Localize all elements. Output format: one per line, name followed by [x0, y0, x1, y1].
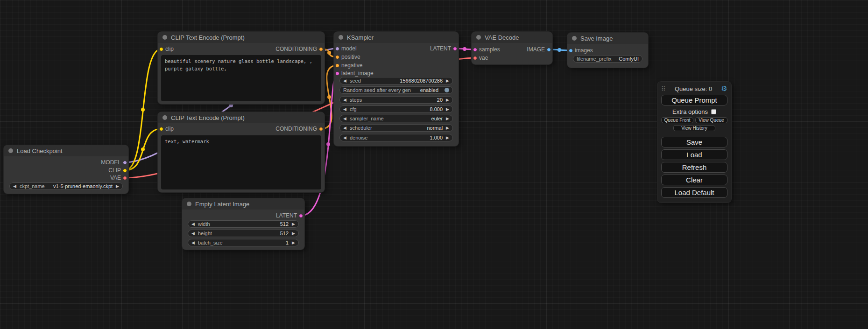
- widget-ckpt-name[interactable]: ◀ ckpt_name v1-5-pruned-emaonly.ckpt ▶: [9, 182, 123, 190]
- slot-dot-clip[interactable]: [159, 47, 163, 51]
- widget-steps[interactable]: ◀ steps 20 ▶: [339, 96, 453, 104]
- collapse-dot[interactable]: [187, 202, 191, 206]
- collapse-dot[interactable]: [572, 36, 577, 41]
- output-slot-conditioning: CONDITIONING: [275, 125, 325, 133]
- view-queue-button[interactable]: View Queue: [695, 117, 727, 123]
- arrow-right-icon[interactable]: ▶: [116, 183, 119, 189]
- collapse-dot[interactable]: [476, 35, 481, 40]
- link-midpoint-dot: [327, 51, 331, 55]
- arrow-right-icon[interactable]: ▶: [446, 77, 449, 84]
- menu-header: ⠿ Queue size: 0 ⚙: [661, 84, 727, 94]
- load-default-button[interactable]: Load Default: [661, 187, 727, 198]
- node-title-bar[interactable]: Load Checkpoint: [4, 145, 128, 156]
- widget-cfg[interactable]: ◀ cfg 8.000 ▶: [339, 105, 453, 113]
- arrow-right-icon[interactable]: ▶: [292, 239, 295, 246]
- node-ksampler[interactable]: KSampler model positive negative latent_…: [334, 32, 459, 146]
- save-button[interactable]: Save: [661, 137, 727, 147]
- slot-dot-image[interactable]: [569, 49, 573, 53]
- arrow-left-icon[interactable]: ◀: [343, 134, 346, 141]
- widget-denoise[interactable]: ◀ denoise 1.000 ▶: [339, 134, 453, 141]
- slot-label: MODEL: [101, 159, 121, 166]
- slot-dot-conditioning[interactable]: [319, 127, 323, 131]
- slot-dot-clip[interactable]: [123, 168, 127, 173]
- slot-dot-conditioning[interactable]: [335, 55, 339, 59]
- slot-dot-image[interactable]: [547, 48, 551, 52]
- widget-random-seed-toggle[interactable]: Random seed after every gen enabled: [339, 86, 453, 94]
- node-title-bar[interactable]: KSampler: [334, 32, 459, 43]
- queue-front-button[interactable]: Queue Front: [661, 117, 693, 123]
- node-empty-latent-image[interactable]: Empty Latent Image LATENT ◀ width 512 ▶ …: [182, 198, 304, 250]
- node-title: Load Checkpoint: [17, 147, 63, 154]
- node-title-bar[interactable]: Empty Latent Image: [182, 198, 304, 210]
- widget-scheduler[interactable]: ◀ scheduler normal ▶: [339, 124, 453, 132]
- slot-label: latent_image: [341, 70, 374, 77]
- widget-width[interactable]: ◀ width 512 ▶: [188, 220, 299, 228]
- output-slot-latent: LATENT: [430, 45, 459, 52]
- node-title-bar[interactable]: VAE Decode: [472, 32, 552, 43]
- queue-prompt-button[interactable]: Queue Prompt: [661, 95, 727, 105]
- extra-options-checkbox[interactable]: [711, 109, 716, 114]
- arrow-right-icon[interactable]: ▶: [446, 115, 449, 122]
- widget-sampler-name[interactable]: ◀ sampler_name euler ▶: [339, 115, 453, 122]
- slot-dot-latent[interactable]: [335, 71, 339, 76]
- drag-handle-icon[interactable]: ⠿: [661, 85, 666, 92]
- slot-dot-clip[interactable]: [159, 127, 163, 131]
- arrow-left-icon[interactable]: ◀: [343, 97, 346, 103]
- gear-icon[interactable]: ⚙: [721, 84, 727, 93]
- prompt-textarea[interactable]: beautiful scenery nature glass bottle la…: [161, 55, 321, 101]
- slot-dot-model[interactable]: [335, 47, 339, 51]
- slot-dot-vae[interactable]: [473, 56, 477, 60]
- toggle-indicator[interactable]: [445, 88, 449, 92]
- prompt-textarea[interactable]: text, watermark: [161, 135, 321, 189]
- link-midpoint-dot: [557, 48, 561, 52]
- arrow-left-icon[interactable]: ◀: [191, 230, 195, 237]
- widget-value: v1-5-pruned-emaonly.ckpt: [53, 183, 113, 189]
- node-load-checkpoint[interactable]: Load Checkpoint MODEL CLIP VAE ◀ ckpt_na…: [4, 145, 128, 194]
- arrow-right-icon[interactable]: ▶: [446, 134, 449, 141]
- widget-filename-prefix[interactable]: filename_prefix ComfyUI: [573, 55, 642, 63]
- arrow-left-icon[interactable]: ◀: [343, 77, 346, 84]
- slot-dot-conditioning[interactable]: [335, 63, 339, 68]
- arrow-left-icon[interactable]: ◀: [13, 183, 16, 189]
- output-slot-clip: CLIP: [108, 167, 128, 174]
- collapse-dot[interactable]: [8, 148, 13, 153]
- refresh-button[interactable]: Refresh: [661, 162, 727, 173]
- arrow-right-icon[interactable]: ▶: [292, 221, 295, 227]
- arrow-right-icon[interactable]: ▶: [446, 97, 449, 103]
- node-vae-decode[interactable]: VAE Decode samples vae IMAGE: [472, 32, 552, 64]
- slot-dot-latent[interactable]: [473, 48, 477, 52]
- arrow-right-icon[interactable]: ▶: [446, 125, 449, 131]
- slot-dot-vae[interactable]: [123, 176, 127, 180]
- node-graph-canvas[interactable]: Load Checkpoint MODEL CLIP VAE ◀ ckpt_na…: [0, 0, 868, 329]
- slot-dot-model[interactable]: [123, 161, 127, 165]
- widget-seed[interactable]: ◀ seed 156680208700286 ▶: [339, 77, 453, 84]
- slot-dot-conditioning[interactable]: [319, 47, 323, 51]
- widget-height[interactable]: ◀ height 512 ▶: [188, 230, 299, 237]
- widget-batch-size[interactable]: ◀ batch_size 1 ▶: [188, 239, 299, 246]
- node-clip-text-encode-positive[interactable]: CLIP Text Encode (Prompt) clip CONDITION…: [158, 32, 325, 104]
- arrow-left-icon[interactable]: ◀: [191, 221, 195, 227]
- collapse-dot[interactable]: [339, 35, 343, 40]
- collapse-dot[interactable]: [162, 115, 167, 120]
- collapse-dot[interactable]: [162, 35, 167, 40]
- node-title-bar[interactable]: CLIP Text Encode (Prompt): [158, 32, 325, 43]
- node-clip-text-encode-negative[interactable]: CLIP Text Encode (Prompt) clip CONDITION…: [158, 112, 325, 192]
- node-title-bar[interactable]: CLIP Text Encode (Prompt): [158, 112, 325, 123]
- arrow-right-icon[interactable]: ▶: [446, 106, 449, 112]
- slot-label: negative: [341, 62, 362, 69]
- load-button[interactable]: Load: [661, 149, 727, 160]
- slot-dot-latent[interactable]: [453, 47, 457, 51]
- arrow-right-icon[interactable]: ▶: [292, 230, 295, 237]
- widget-value: 1.000: [430, 135, 443, 140]
- arrow-left-icon[interactable]: ◀: [191, 239, 195, 246]
- arrow-left-icon[interactable]: ◀: [343, 125, 346, 131]
- arrow-left-icon[interactable]: ◀: [343, 115, 346, 122]
- node-title-bar[interactable]: Save Image: [567, 33, 648, 44]
- node-save-image[interactable]: Save Image images filename_prefix ComfyU…: [567, 33, 648, 68]
- slot-dot-latent[interactable]: [299, 214, 303, 218]
- arrow-left-icon[interactable]: ◀: [343, 106, 346, 112]
- input-slot-positive: positive: [334, 53, 360, 61]
- view-history-button[interactable]: View History: [673, 125, 716, 131]
- clear-button[interactable]: Clear: [661, 175, 727, 185]
- slot-label: LATENT: [430, 45, 451, 52]
